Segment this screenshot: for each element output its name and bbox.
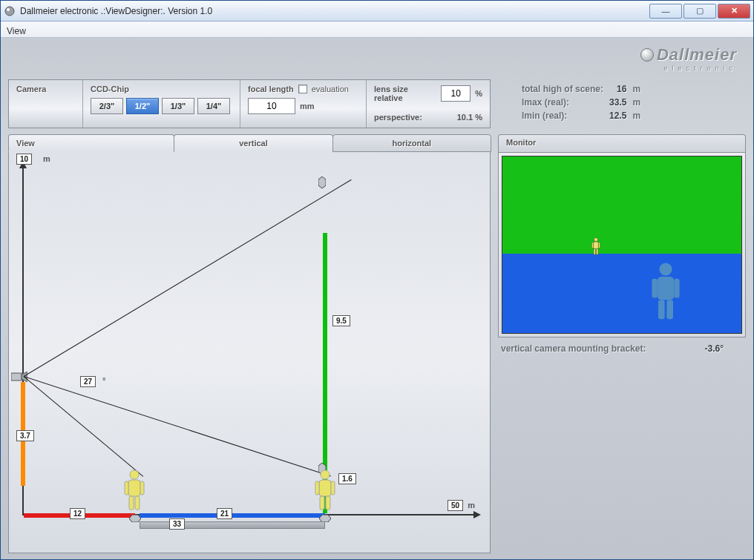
view-panel: View vertical horizontal 10 m 50 m (8, 134, 491, 553)
ccd-chip-buttons: 2/3" 1/2" 1/3" 1/4" (91, 98, 232, 114)
tab-vertical[interactable]: vertical (174, 134, 332, 152)
ccd-label: CCD-Chip (91, 85, 232, 93)
focal-length-input[interactable] (248, 98, 295, 114)
axis-x-arrow-icon (473, 511, 481, 518)
app-body: Dallmeier electronic Camera CCD-Chip 2/3… (1, 38, 753, 559)
scene-height-value: 9.5 (332, 315, 350, 326)
settings-row: Camera CCD-Chip 2/3" 1/2" 1/3" 1/4" foca… (8, 79, 746, 128)
svg-rect-12 (129, 496, 134, 510)
evaluation-label: evaluation (312, 85, 349, 93)
x-axis-unit: m (468, 501, 475, 510)
fov-angle-value: 27 (80, 376, 96, 387)
ccd-chip-1-4[interactable]: 1/4" (197, 98, 230, 114)
svg-point-8 (130, 470, 139, 479)
svg-point-26 (659, 263, 672, 275)
main-row: View vertical horizontal 10 m 50 m (8, 134, 746, 553)
menubar: View (1, 22, 753, 38)
view-diagram[interactable]: 10 m 50 m 3.7 (8, 152, 491, 553)
monitor-screen (502, 156, 742, 334)
bracket-value: -3.6° (705, 343, 746, 354)
minimize-button[interactable]: — (649, 4, 682, 19)
svg-rect-9 (128, 480, 140, 496)
lmin-label: lmin (real): (522, 109, 609, 122)
focal-length-unit: mm (300, 102, 315, 111)
y-axis-unit: m (43, 154, 50, 163)
svg-point-1 (7, 8, 10, 11)
camera-height-value: 3.7 (16, 430, 34, 441)
svg-rect-19 (326, 496, 330, 510)
y-axis-value[interactable]: 10 (16, 154, 32, 165)
svg-rect-10 (125, 481, 128, 495)
person-near-icon (124, 470, 145, 514)
ccd-chip-2-3[interactable]: 2/3" (91, 98, 123, 114)
svg-rect-16 (315, 481, 319, 495)
svg-point-20 (594, 237, 597, 241)
ccd-chip-1-2[interactable]: 1/2" (126, 98, 159, 114)
ccd-chip-1-3[interactable]: 1/3" (162, 98, 194, 114)
stats-panel: total high of scene: 16 m lmax (real): 3… (499, 79, 746, 128)
tab-horizontal[interactable]: horizontal (332, 134, 491, 152)
monitor-person-near-icon (651, 262, 681, 324)
svg-rect-21 (594, 242, 599, 248)
fov-angle-unit: ° (102, 376, 105, 385)
view-tabs: View vertical horizontal (8, 134, 491, 152)
lens-size-label: lens size relative (374, 85, 436, 102)
svg-rect-30 (658, 300, 665, 319)
lens-size-input[interactable] (441, 85, 471, 102)
lmax-label: lmax (real): (522, 96, 609, 109)
svg-rect-13 (135, 496, 140, 510)
monitor-box (498, 152, 746, 337)
focal-length-label: focal length (248, 85, 294, 93)
fov-ground-line (24, 376, 331, 476)
total-high-label: total high of scene: (522, 82, 609, 96)
svg-rect-25 (596, 248, 598, 254)
svg-rect-11 (140, 481, 144, 495)
ground-total-value: 33 (169, 518, 185, 530)
svg-rect-31 (666, 300, 673, 319)
maximize-button[interactable]: ▢ (683, 4, 716, 19)
window-title: Dallmeier electronic .:ViewDesigner:. Ve… (20, 6, 648, 16)
fov-bottom-line (24, 376, 144, 477)
svg-rect-23 (598, 243, 600, 248)
lmin-unit: m (632, 109, 646, 122)
ground-far-value: 21 (217, 508, 232, 519)
monitor-header: Monitor (498, 134, 746, 152)
svg-rect-24 (594, 248, 596, 254)
brand-logo: Dallmeier electronic (640, 45, 737, 72)
monitor-sky (502, 157, 741, 254)
menu-view[interactable]: View (7, 26, 26, 36)
app-icon (4, 5, 16, 17)
titlebar[interactable]: Dallmeier electronic .:ViewDesigner:. Ve… (1, 1, 753, 22)
bracket-label: vertical camera mounting bracket: (501, 343, 646, 354)
svg-rect-27 (658, 277, 675, 300)
camera-label: Camera (16, 85, 75, 93)
svg-rect-22 (591, 243, 593, 248)
close-button[interactable]: ✕ (718, 4, 750, 19)
svg-rect-2 (11, 373, 22, 381)
lmax-unit: m (632, 96, 646, 109)
svg-rect-28 (652, 279, 657, 298)
brand-name: Dallmeier (657, 45, 737, 64)
app-window: Dallmeier electronic .:ViewDesigner:. Ve… (0, 0, 754, 560)
x-axis-value[interactable]: 50 (448, 500, 463, 511)
ground-near-value: 12 (70, 508, 85, 519)
svg-rect-29 (674, 279, 679, 298)
window-buttons: — ▢ ✕ (648, 4, 750, 19)
ground-total-bar (140, 521, 325, 529)
brand-sub: electronic (640, 65, 737, 72)
monitor-person-far-icon (591, 237, 600, 258)
person-far-icon (315, 470, 335, 514)
lmax-value: 33.5 (609, 97, 626, 108)
svg-rect-18 (320, 496, 324, 510)
svg-rect-15 (319, 480, 331, 496)
brand-orb-icon (640, 48, 654, 62)
brand-bar: Dallmeier electronic (8, 44, 746, 73)
scene-node-top[interactable] (321, 177, 329, 188)
perspective-unit: % (475, 113, 482, 122)
svg-rect-17 (331, 481, 335, 495)
perspective-value: 10.1 (457, 113, 473, 122)
svg-point-14 (321, 470, 330, 479)
monitor-panel: Monitor vertical camera mounting bracket… (498, 134, 746, 553)
total-high-value: 16 (617, 84, 626, 94)
evaluation-checkbox[interactable] (298, 85, 307, 93)
